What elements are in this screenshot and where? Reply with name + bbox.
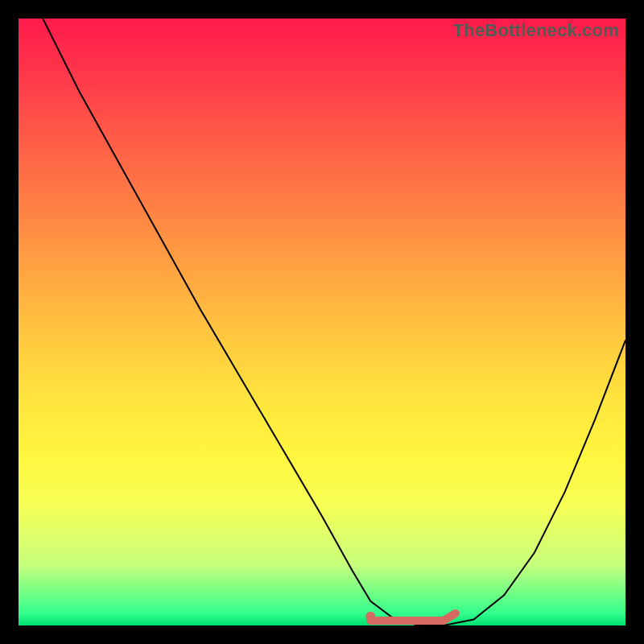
optimal-range-band	[370, 613, 456, 621]
chart-frame: TheBottleneck.com	[0, 0, 644, 644]
chart-svg	[19, 19, 625, 625]
bottleneck-curve-path	[43, 19, 625, 625]
chart-plot-area: TheBottleneck.com	[19, 19, 625, 625]
optimal-point-dot	[365, 612, 375, 621]
watermark-text: TheBottleneck.com	[453, 20, 619, 41]
